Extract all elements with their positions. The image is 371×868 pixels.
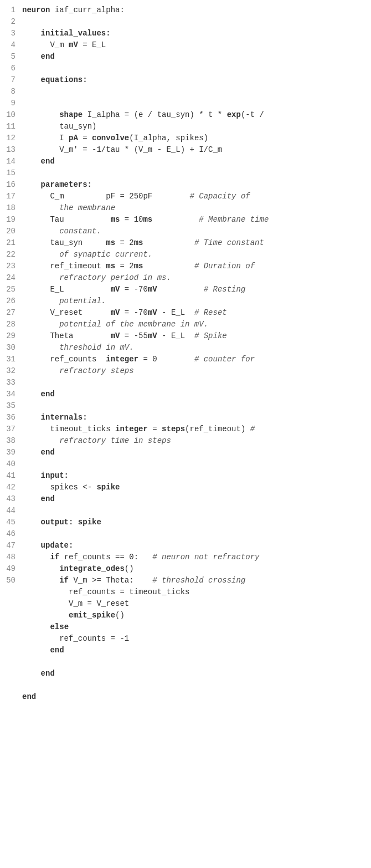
line-num-36: 36 bbox=[4, 412, 16, 423]
line-num-20: 20 bbox=[4, 226, 16, 237]
code-line-17: Tau ms = 10ms # Membrane time constant. bbox=[22, 214, 364, 237]
code-line-46: end bbox=[22, 645, 364, 656]
code-content: neuron iaf_curr_alpha: initial_values: V… bbox=[20, 4, 371, 703]
line-num-27: 27 bbox=[4, 307, 16, 319]
code-line-31: input: bbox=[22, 470, 364, 482]
code-line-4: V_m mV = E_L bbox=[22, 39, 364, 51]
code-line-13: end bbox=[22, 156, 364, 167]
code-line-8 bbox=[22, 86, 364, 98]
code-line-30 bbox=[22, 458, 364, 470]
line-num-44: 44 bbox=[4, 505, 16, 517]
code-line-15: parameters: bbox=[22, 179, 364, 191]
line-num-5: 5 bbox=[4, 51, 16, 63]
line-num-47: 47 bbox=[4, 540, 16, 552]
code-line-28: timeout_ticks integer = steps(ref_timeou… bbox=[22, 423, 364, 447]
code-line-20: E_L mV = -70mV # Resting potential. bbox=[22, 284, 364, 307]
line-numbers: 1234567891011121314151617181920212223242… bbox=[0, 4, 20, 703]
line-num-38: 38 bbox=[4, 435, 16, 447]
line-num-11: 11 bbox=[4, 121, 16, 132]
code-line-1: neuron iaf_curr_alpha: bbox=[22, 4, 364, 16]
line-num-32: 32 bbox=[4, 365, 16, 377]
code-line-38: if ref_counts == 0: # neuron not refract… bbox=[22, 552, 364, 563]
code-line-39: integrate_odes() bbox=[22, 563, 364, 575]
code-line-40: if V_m >= Theta: # threshold crossing bbox=[22, 575, 364, 586]
code-line-22: Theta mV = -55mV - E_L # Spike threshold… bbox=[22, 330, 364, 354]
line-num-37: 37 bbox=[4, 423, 16, 435]
line-num-16: 16 bbox=[4, 179, 16, 191]
line-num-49: 49 bbox=[4, 563, 16, 575]
line-num-50: 50 bbox=[4, 575, 16, 586]
line-num-7: 7 bbox=[4, 74, 16, 86]
line-num-31: 31 bbox=[4, 354, 16, 365]
code-editor: 1234567891011121314151617181920212223242… bbox=[0, 0, 371, 707]
code-line-42: V_m = V_reset bbox=[22, 598, 364, 610]
code-line-49 bbox=[22, 680, 364, 691]
line-num-23: 23 bbox=[4, 261, 16, 272]
code-line-19: ref_timeout ms = 2ms # Duration of refra… bbox=[22, 261, 364, 284]
line-num-9: 9 bbox=[4, 98, 16, 109]
code-line-6 bbox=[22, 63, 364, 74]
code-line-16: C_m pF = 250pF # Capacity of the membran… bbox=[22, 191, 364, 214]
line-num-28: 28 bbox=[4, 319, 16, 330]
line-num-35: 35 bbox=[4, 400, 16, 412]
code-line-26 bbox=[22, 400, 364, 412]
line-num-14: 14 bbox=[4, 156, 16, 167]
code-line-14 bbox=[22, 167, 364, 179]
code-line-32: spikes <- spike bbox=[22, 482, 364, 493]
code-line-9 bbox=[22, 98, 364, 109]
code-line-43: emit_spike() bbox=[22, 610, 364, 621]
line-num-21: 21 bbox=[4, 237, 16, 249]
line-num-15: 15 bbox=[4, 167, 16, 179]
line-num-6: 6 bbox=[4, 63, 16, 74]
line-num-18: 18 bbox=[4, 202, 16, 214]
line-num-46: 46 bbox=[4, 528, 16, 540]
code-line-34 bbox=[22, 505, 364, 517]
line-num-42: 42 bbox=[4, 482, 16, 493]
code-line-35: output: spike bbox=[22, 517, 364, 528]
code-line-37: update: bbox=[22, 540, 364, 552]
line-num-30: 30 bbox=[4, 342, 16, 354]
code-line-12: V_m' = -1/tau * (V_m - E_L) + I/C_m bbox=[22, 144, 364, 156]
code-line-41: ref_counts = timeout_ticks bbox=[22, 586, 364, 598]
line-num-10: 10 bbox=[4, 109, 16, 121]
line-num-48: 48 bbox=[4, 552, 16, 563]
code-line-25: end bbox=[22, 389, 364, 400]
line-num-39: 39 bbox=[4, 447, 16, 458]
code-line-44: else bbox=[22, 621, 364, 633]
line-num-34: 34 bbox=[4, 389, 16, 400]
line-num-12: 12 bbox=[4, 132, 16, 144]
line-num-45: 45 bbox=[4, 517, 16, 528]
line-num-19: 19 bbox=[4, 214, 16, 226]
code-line-47 bbox=[22, 656, 364, 668]
code-line-2 bbox=[22, 16, 364, 28]
line-num-22: 22 bbox=[4, 249, 16, 261]
code-line-48: end bbox=[22, 668, 364, 680]
code-line-10: shape I_alpha = (e / tau_syn) * t * exp(… bbox=[22, 109, 364, 132]
line-num-13: 13 bbox=[4, 144, 16, 156]
code-line-3: initial_values: bbox=[22, 28, 364, 39]
code-line-29: end bbox=[22, 447, 364, 458]
line-num-2: 2 bbox=[4, 16, 16, 28]
code-line-7: equations: bbox=[22, 74, 364, 86]
code-line-18: tau_syn ms = 2ms # Time constant of syna… bbox=[22, 237, 364, 261]
code-line-23: ref_counts integer = 0 # counter for ref… bbox=[22, 354, 364, 377]
code-line-11: I pA = convolve(I_alpha, spikes) bbox=[22, 132, 364, 144]
code-line-33: end bbox=[22, 493, 364, 505]
code-line-36 bbox=[22, 528, 364, 540]
line-num-25: 25 bbox=[4, 284, 16, 295]
line-num-33: 33 bbox=[4, 377, 16, 389]
line-num-43: 43 bbox=[4, 493, 16, 505]
line-num-24: 24 bbox=[4, 272, 16, 284]
line-num-29: 29 bbox=[4, 330, 16, 342]
line-num-17: 17 bbox=[4, 191, 16, 202]
code-line-5: end bbox=[22, 51, 364, 63]
line-num-1: 1 bbox=[4, 4, 16, 16]
code-line-50: end bbox=[22, 691, 364, 703]
line-num-41: 41 bbox=[4, 470, 16, 482]
line-num-8: 8 bbox=[4, 86, 16, 98]
line-num-26: 26 bbox=[4, 295, 16, 307]
code-line-24 bbox=[22, 377, 364, 389]
code-line-21: V_reset mV = -70mV - E_L # Reset potenti… bbox=[22, 307, 364, 330]
line-num-3: 3 bbox=[4, 28, 16, 39]
line-num-4: 4 bbox=[4, 39, 16, 51]
